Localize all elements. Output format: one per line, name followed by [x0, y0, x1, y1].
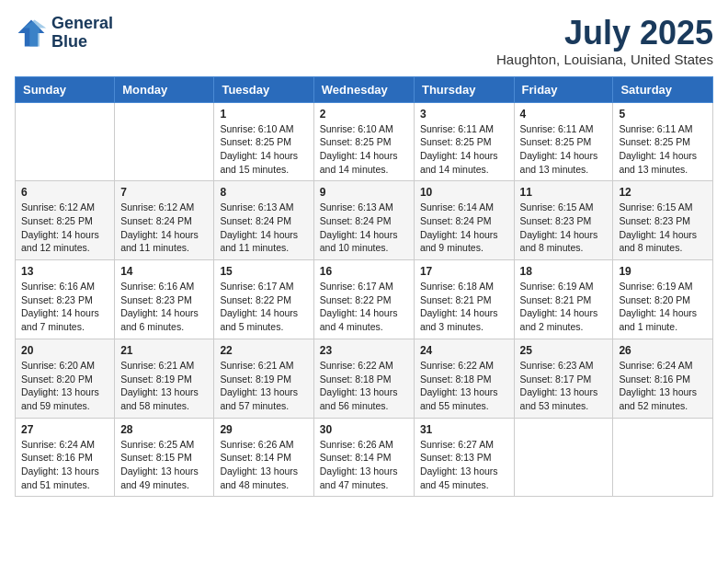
day-info: Sunrise: 6:26 AM Sunset: 8:14 PM Dayligh… — [320, 438, 408, 492]
calendar-week-row: 27Sunrise: 6:24 AM Sunset: 8:16 PM Dayli… — [16, 418, 713, 497]
day-number: 9 — [320, 186, 408, 199]
calendar-cell: 13Sunrise: 6:16 AM Sunset: 8:23 PM Dayli… — [16, 260, 115, 339]
calendar-header-row: SundayMondayTuesdayWednesdayThursdayFrid… — [16, 76, 713, 102]
day-info: Sunrise: 6:12 AM Sunset: 8:24 PM Dayligh… — [120, 201, 208, 255]
day-info: Sunrise: 6:23 AM Sunset: 8:17 PM Dayligh… — [520, 359, 608, 413]
weekday-header-wednesday: Wednesday — [313, 76, 414, 102]
day-info: Sunrise: 6:11 AM Sunset: 8:25 PM Dayligh… — [619, 122, 707, 177]
calendar-cell: 5Sunrise: 6:11 AM Sunset: 8:25 PM Daylig… — [613, 102, 713, 181]
weekday-header-thursday: Thursday — [414, 76, 514, 102]
calendar-cell: 14Sunrise: 6:16 AM Sunset: 8:23 PM Dayli… — [115, 260, 214, 339]
calendar-cell: 23Sunrise: 6:22 AM Sunset: 8:18 PM Dayli… — [313, 339, 414, 418]
day-number: 22 — [220, 344, 307, 357]
calendar-cell: 3Sunrise: 6:11 AM Sunset: 8:25 PM Daylig… — [414, 102, 514, 181]
day-info: Sunrise: 6:22 AM Sunset: 8:18 PM Dayligh… — [420, 359, 508, 413]
day-number: 4 — [520, 108, 608, 121]
calendar-cell: 21Sunrise: 6:21 AM Sunset: 8:19 PM Dayli… — [115, 339, 214, 418]
day-number: 18 — [520, 265, 608, 278]
day-number: 31 — [420, 423, 508, 436]
day-info: Sunrise: 6:13 AM Sunset: 8:24 PM Dayligh… — [320, 201, 408, 255]
calendar-cell: 4Sunrise: 6:11 AM Sunset: 8:25 PM Daylig… — [514, 102, 613, 181]
calendar-cell: 27Sunrise: 6:24 AM Sunset: 8:16 PM Dayli… — [16, 418, 115, 497]
logo-icon — [15, 17, 48, 50]
weekday-header-saturday: Saturday — [613, 76, 713, 102]
calendar-cell: 20Sunrise: 6:20 AM Sunset: 8:20 PM Dayli… — [16, 339, 115, 418]
day-info: Sunrise: 6:15 AM Sunset: 8:23 PM Dayligh… — [520, 201, 608, 255]
day-info: Sunrise: 6:20 AM Sunset: 8:20 PM Dayligh… — [21, 359, 108, 413]
calendar-cell: 6Sunrise: 6:12 AM Sunset: 8:25 PM Daylig… — [16, 181, 115, 260]
day-info: Sunrise: 6:21 AM Sunset: 8:19 PM Dayligh… — [220, 359, 307, 413]
day-info: Sunrise: 6:11 AM Sunset: 8:25 PM Dayligh… — [420, 122, 508, 177]
calendar-cell: 24Sunrise: 6:22 AM Sunset: 8:18 PM Dayli… — [414, 339, 514, 418]
calendar-cell: 10Sunrise: 6:14 AM Sunset: 8:24 PM Dayli… — [414, 181, 514, 260]
calendar-week-row: 6Sunrise: 6:12 AM Sunset: 8:25 PM Daylig… — [16, 181, 713, 260]
calendar-cell — [115, 102, 214, 181]
calendar-cell: 25Sunrise: 6:23 AM Sunset: 8:17 PM Dayli… — [514, 339, 613, 418]
day-number: 6 — [21, 186, 108, 199]
day-number: 16 — [320, 265, 408, 278]
calendar-cell — [514, 418, 613, 497]
weekday-header-tuesday: Tuesday — [214, 76, 313, 102]
day-number: 8 — [220, 186, 307, 199]
day-number: 1 — [220, 108, 307, 121]
title-block: July 2025 Haughton, Louisiana, United St… — [496, 15, 713, 67]
calendar-cell — [613, 418, 713, 497]
day-number: 13 — [21, 265, 108, 278]
weekday-header-friday: Friday — [514, 76, 613, 102]
calendar-table: SundayMondayTuesdayWednesdayThursdayFrid… — [15, 76, 713, 498]
day-info: Sunrise: 6:24 AM Sunset: 8:16 PM Dayligh… — [619, 359, 707, 413]
day-number: 27 — [21, 423, 108, 436]
day-info: Sunrise: 6:22 AM Sunset: 8:18 PM Dayligh… — [320, 359, 408, 413]
calendar-cell: 28Sunrise: 6:25 AM Sunset: 8:15 PM Dayli… — [115, 418, 214, 497]
day-number: 2 — [320, 108, 408, 121]
day-number: 17 — [420, 265, 508, 278]
calendar-cell: 29Sunrise: 6:26 AM Sunset: 8:14 PM Dayli… — [214, 418, 313, 497]
calendar-cell: 8Sunrise: 6:13 AM Sunset: 8:24 PM Daylig… — [214, 181, 313, 260]
calendar-cell: 18Sunrise: 6:19 AM Sunset: 8:21 PM Dayli… — [514, 260, 613, 339]
calendar-cell: 11Sunrise: 6:15 AM Sunset: 8:23 PM Dayli… — [514, 181, 613, 260]
calendar-cell: 15Sunrise: 6:17 AM Sunset: 8:22 PM Dayli… — [214, 260, 313, 339]
weekday-header-monday: Monday — [115, 76, 214, 102]
day-number: 15 — [220, 265, 307, 278]
day-number: 5 — [619, 108, 707, 121]
day-number: 30 — [320, 423, 408, 436]
day-info: Sunrise: 6:21 AM Sunset: 8:19 PM Dayligh… — [120, 359, 208, 413]
day-number: 24 — [420, 344, 508, 357]
calendar-cell: 9Sunrise: 6:13 AM Sunset: 8:24 PM Daylig… — [313, 181, 414, 260]
day-info: Sunrise: 6:17 AM Sunset: 8:22 PM Dayligh… — [320, 280, 408, 334]
calendar-cell: 1Sunrise: 6:10 AM Sunset: 8:25 PM Daylig… — [214, 102, 313, 181]
calendar-cell: 30Sunrise: 6:26 AM Sunset: 8:14 PM Dayli… — [313, 418, 414, 497]
day-info: Sunrise: 6:16 AM Sunset: 8:23 PM Dayligh… — [21, 280, 108, 334]
day-number: 11 — [520, 186, 608, 199]
day-info: Sunrise: 6:27 AM Sunset: 8:13 PM Dayligh… — [420, 438, 508, 492]
day-number: 26 — [619, 344, 707, 357]
calendar-cell: 22Sunrise: 6:21 AM Sunset: 8:19 PM Dayli… — [214, 339, 313, 418]
calendar-week-row: 20Sunrise: 6:20 AM Sunset: 8:20 PM Dayli… — [16, 339, 713, 418]
day-info: Sunrise: 6:15 AM Sunset: 8:23 PM Dayligh… — [619, 201, 707, 255]
day-number: 10 — [420, 186, 508, 199]
page-header: General Blue July 2025 Haughton, Louisia… — [15, 15, 713, 67]
calendar-cell: 12Sunrise: 6:15 AM Sunset: 8:23 PM Dayli… — [613, 181, 713, 260]
day-info: Sunrise: 6:17 AM Sunset: 8:22 PM Dayligh… — [220, 280, 307, 334]
day-info: Sunrise: 6:19 AM Sunset: 8:20 PM Dayligh… — [619, 280, 707, 334]
day-number: 25 — [520, 344, 608, 357]
day-info: Sunrise: 6:19 AM Sunset: 8:21 PM Dayligh… — [520, 280, 608, 334]
day-number: 23 — [320, 344, 408, 357]
logo-text: General Blue — [51, 15, 113, 52]
weekday-header-sunday: Sunday — [16, 76, 115, 102]
day-info: Sunrise: 6:26 AM Sunset: 8:14 PM Dayligh… — [220, 438, 307, 492]
day-info: Sunrise: 6:16 AM Sunset: 8:23 PM Dayligh… — [120, 280, 208, 334]
day-info: Sunrise: 6:13 AM Sunset: 8:24 PM Dayligh… — [220, 201, 307, 255]
day-number: 14 — [120, 265, 208, 278]
day-info: Sunrise: 6:25 AM Sunset: 8:15 PM Dayligh… — [120, 438, 208, 492]
day-info: Sunrise: 6:14 AM Sunset: 8:24 PM Dayligh… — [420, 201, 508, 255]
day-info: Sunrise: 6:12 AM Sunset: 8:25 PM Dayligh… — [21, 201, 108, 255]
day-info: Sunrise: 6:10 AM Sunset: 8:25 PM Dayligh… — [320, 122, 408, 177]
calendar-week-row: 1Sunrise: 6:10 AM Sunset: 8:25 PM Daylig… — [16, 102, 713, 181]
month-title: July 2025 — [496, 15, 713, 52]
day-number: 28 — [120, 423, 208, 436]
calendar-cell: 2Sunrise: 6:10 AM Sunset: 8:25 PM Daylig… — [313, 102, 414, 181]
logo: General Blue — [15, 15, 113, 52]
day-number: 12 — [619, 186, 707, 199]
day-number: 3 — [420, 108, 508, 121]
